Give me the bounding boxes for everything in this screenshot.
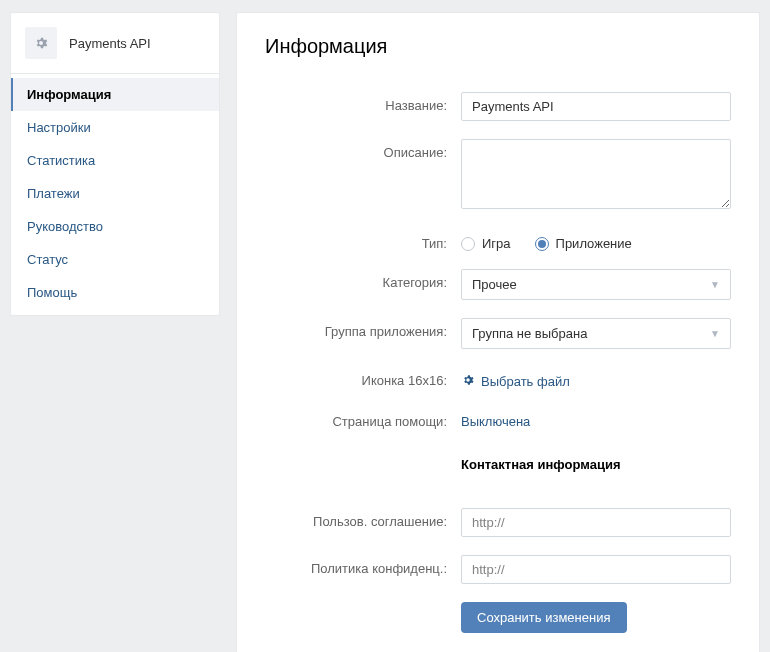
sidebar-item-statistics[interactable]: Статистика bbox=[11, 144, 219, 177]
label-type: Тип: bbox=[265, 230, 461, 251]
sidebar: Payments API Информация Настройки Статис… bbox=[10, 12, 220, 316]
radio-icon bbox=[461, 237, 475, 251]
privacy-input[interactable] bbox=[461, 555, 731, 584]
group-select[interactable]: Группа не выбрана ▼ bbox=[461, 318, 731, 349]
gear-icon bbox=[25, 27, 57, 59]
select-value: Прочее bbox=[472, 277, 517, 292]
chevron-down-icon: ▼ bbox=[710, 328, 720, 339]
gear-icon bbox=[461, 373, 475, 390]
choose-file-link[interactable]: Выбрать файл bbox=[461, 367, 570, 390]
sidebar-item-help[interactable]: Помощь bbox=[11, 276, 219, 309]
radio-icon bbox=[535, 237, 549, 251]
sidebar-item-info[interactable]: Информация bbox=[11, 78, 219, 111]
user-agreement-input[interactable] bbox=[461, 508, 731, 537]
sidebar-item-label: Настройки bbox=[27, 120, 91, 135]
description-textarea[interactable] bbox=[461, 139, 731, 209]
sidebar-item-settings[interactable]: Настройки bbox=[11, 111, 219, 144]
sidebar-item-payments[interactable]: Платежи bbox=[11, 177, 219, 210]
sidebar-item-label: Платежи bbox=[27, 186, 80, 201]
radio-label-text: Приложение bbox=[556, 236, 632, 251]
sidebar-item-status[interactable]: Статус bbox=[11, 243, 219, 276]
label-help-page: Страница помощи: bbox=[265, 408, 461, 429]
main-panel: Информация Название: Описание: Тип: Игра bbox=[236, 12, 760, 652]
label-name: Название: bbox=[265, 92, 461, 113]
sidebar-item-label: Информация bbox=[27, 87, 111, 102]
contact-info-heading: Контактная информация bbox=[461, 451, 731, 472]
sidebar-item-label: Статус bbox=[27, 252, 68, 267]
page-title: Информация bbox=[265, 35, 731, 58]
choose-file-text: Выбрать файл bbox=[481, 374, 570, 389]
sidebar-item-label: Помощь bbox=[27, 285, 77, 300]
app-name: Payments API bbox=[69, 36, 151, 51]
name-input[interactable] bbox=[461, 92, 731, 121]
label-user-agreement: Пользов. соглашение: bbox=[265, 508, 461, 529]
radio-app[interactable]: Приложение bbox=[535, 236, 632, 251]
chevron-down-icon: ▼ bbox=[710, 279, 720, 290]
sidebar-item-label: Статистика bbox=[27, 153, 95, 168]
sidebar-item-label: Руководство bbox=[27, 219, 103, 234]
label-privacy: Политика конфиденц.: bbox=[265, 555, 461, 576]
sidebar-header: Payments API bbox=[11, 13, 219, 74]
save-button[interactable]: Сохранить изменения bbox=[461, 602, 627, 633]
help-page-value[interactable]: Выключена bbox=[461, 408, 530, 429]
label-group: Группа приложения: bbox=[265, 318, 461, 339]
label-icon: Иконка 16x16: bbox=[265, 367, 461, 388]
radio-label-text: Игра bbox=[482, 236, 511, 251]
label-description: Описание: bbox=[265, 139, 461, 160]
sidebar-item-guide[interactable]: Руководство bbox=[11, 210, 219, 243]
radio-game[interactable]: Игра bbox=[461, 236, 511, 251]
category-select[interactable]: Прочее ▼ bbox=[461, 269, 731, 300]
select-value: Группа не выбрана bbox=[472, 326, 587, 341]
label-category: Категория: bbox=[265, 269, 461, 290]
